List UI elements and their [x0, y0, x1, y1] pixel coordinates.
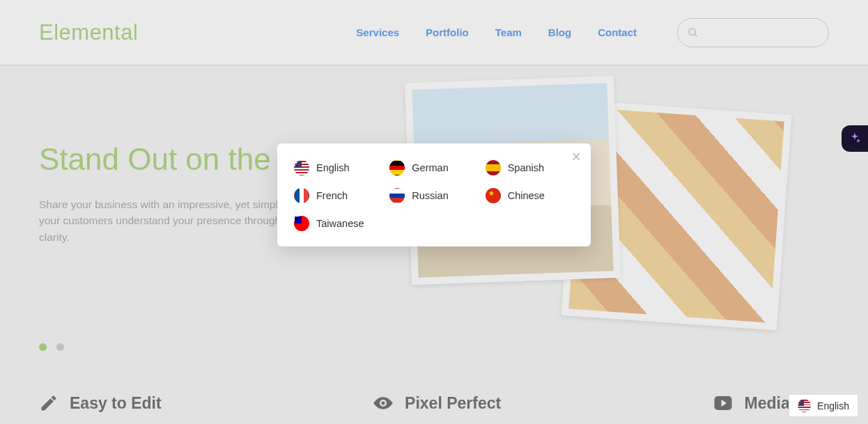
nav-team[interactable]: Team [495, 26, 522, 38]
lang-option-spanish[interactable]: Spanish [486, 160, 574, 175]
language-switcher[interactable]: English [789, 394, 858, 417]
feature-easy-edit: Easy to Edit [39, 393, 162, 414]
language-switcher-label: English [817, 400, 849, 411]
lang-option-chinese[interactable]: Chinese [486, 188, 574, 203]
slide-pager [39, 343, 64, 351]
lang-label: Chinese [508, 190, 545, 201]
eye-icon [373, 393, 394, 414]
search-icon [688, 27, 699, 38]
flag-us-icon [294, 160, 309, 175]
lang-option-french[interactable]: French [294, 188, 382, 203]
nav-contact[interactable]: Contact [598, 26, 637, 38]
flag-de-icon [389, 160, 405, 175]
search-input[interactable] [706, 27, 819, 38]
hero-image-back [561, 100, 792, 331]
logo[interactable]: Elemental [39, 20, 138, 45]
pager-dot-2[interactable] [56, 343, 64, 351]
nav-portfolio[interactable]: Portfolio [426, 26, 469, 38]
lang-option-russian[interactable]: Russian [389, 188, 478, 203]
feature-easy-edit-title: Easy to Edit [70, 394, 162, 413]
flag-fr-icon [294, 188, 309, 203]
flag-tw-icon [294, 216, 309, 231]
nav-services[interactable]: Services [356, 26, 399, 38]
lang-label: English [316, 162, 350, 173]
lang-label: German [412, 162, 448, 173]
play-icon [713, 393, 734, 414]
flag-es-icon [486, 160, 501, 175]
nav-blog[interactable]: Blog [548, 26, 571, 38]
flag-us-icon [798, 399, 811, 412]
lang-label: Spanish [508, 162, 544, 173]
lang-option-english[interactable]: English [294, 160, 382, 175]
feature-pixel-perfect-title: Pixel Perfect [405, 394, 501, 413]
flag-cn-icon [486, 188, 501, 203]
close-icon[interactable]: × [572, 149, 581, 165]
svg-line-1 [695, 34, 697, 36]
sparkle-icon [848, 132, 862, 146]
main-nav: Services Portfolio Team Blog Contact [356, 26, 637, 38]
lang-label: Taiwanese [316, 218, 364, 229]
lang-option-german[interactable]: German [389, 160, 478, 175]
feature-pixel-perfect: Pixel Perfect [373, 393, 501, 414]
language-modal: × English German Spanish French Russian … [277, 143, 591, 246]
features-row: Easy to Edit Pixel Perfect Media Rich [0, 372, 868, 414]
lang-label: Russian [412, 190, 448, 201]
lang-label: French [316, 190, 348, 201]
pager-dot-1[interactable] [39, 343, 47, 351]
search-box[interactable] [677, 18, 829, 47]
svg-point-0 [689, 29, 695, 35]
flag-ru-icon [389, 188, 405, 203]
language-grid: English German Spanish French Russian Ch… [294, 160, 574, 231]
header: Elemental Services Portfolio Team Blog C… [0, 0, 868, 65]
assistant-widget[interactable] [842, 125, 868, 152]
pencil-icon [39, 393, 59, 413]
lang-option-taiwanese[interactable]: Taiwanese [294, 216, 382, 231]
